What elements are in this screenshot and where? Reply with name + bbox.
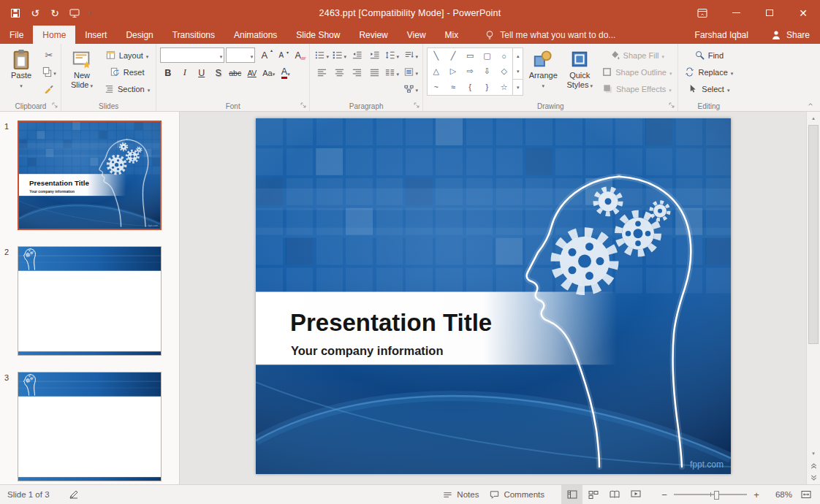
align-text-button[interactable] (403, 64, 419, 80)
vertical-scrollbar[interactable] (806, 112, 820, 484)
clear-formatting-button[interactable]: A (290, 47, 305, 63)
tab-animations[interactable]: Animations (224, 26, 286, 44)
justify-button[interactable] (366, 65, 382, 80)
copy-button[interactable] (41, 64, 57, 80)
next-slide-button[interactable] (807, 472, 820, 484)
align-left-button[interactable] (314, 65, 330, 80)
slide-thumbnail-image[interactable] (18, 246, 162, 356)
ribbon-display-options-button[interactable] (686, 0, 719, 26)
shape-fill-button[interactable]: Shape Fill (599, 47, 674, 63)
font-color-button[interactable]: A (278, 65, 293, 80)
cut-button[interactable]: ✂ (41, 47, 57, 63)
slide-sorter-view-button[interactable] (582, 485, 604, 504)
convert-to-smartart-button[interactable] (403, 81, 419, 96)
text-direction-button[interactable] (403, 47, 419, 63)
notes-button[interactable]: Notes (437, 485, 484, 504)
tab-home[interactable]: Home (33, 26, 75, 44)
increase-indent-button[interactable] (366, 47, 382, 63)
normal-view-button[interactable] (561, 485, 582, 504)
increase-font-size-button[interactable]: A (257, 47, 272, 63)
comments-button[interactable]: Comments (484, 485, 550, 504)
drawing-dialog-launcher[interactable] (667, 101, 676, 110)
slide-editor[interactable] (256, 118, 731, 474)
reading-view-button[interactable] (604, 485, 625, 504)
section-button[interactable]: Section (102, 81, 152, 96)
reset-button[interactable]: Reset (102, 64, 152, 80)
arrange-button[interactable]: Arrange (526, 46, 560, 100)
shape-glyph[interactable]: ⇩ (484, 66, 490, 76)
slide-thumbnail-1[interactable]: 1 (4, 121, 179, 230)
slide-thumbnail-2[interactable]: 2 (4, 246, 179, 356)
slide-thumbnail-image[interactable] (18, 372, 162, 481)
tab-review[interactable]: Review (349, 26, 397, 44)
minimize-button[interactable] (719, 0, 753, 26)
italic-button[interactable]: I (177, 65, 192, 80)
shapes-scroll-down-button[interactable] (513, 64, 523, 79)
numbering-button[interactable] (331, 47, 347, 63)
change-case-button[interactable]: Aa (261, 65, 276, 80)
slide-thumbnail-image[interactable] (18, 121, 162, 230)
tab-mix[interactable]: Mix (436, 26, 468, 44)
shape-glyph[interactable]: ▭ (466, 51, 474, 61)
scroll-up-button[interactable] (807, 112, 820, 124)
undo-button[interactable]: ↺ (26, 4, 45, 23)
align-right-button[interactable] (349, 65, 365, 80)
shape-glyph[interactable]: ≈ (451, 83, 455, 91)
slide-show-button[interactable] (625, 485, 646, 504)
shape-effects-button[interactable]: Shape Effects (599, 81, 674, 96)
font-name-combobox[interactable] (160, 47, 224, 63)
clipboard-dialog-launcher[interactable] (50, 101, 59, 110)
save-button[interactable] (6, 4, 25, 23)
account-name[interactable]: Farshad Iqbal (695, 26, 748, 44)
customize-qat-button[interactable] (85, 4, 95, 23)
tab-file[interactable]: File (0, 26, 33, 44)
bold-button[interactable]: B (160, 65, 175, 80)
tab-transitions[interactable]: Transitions (163, 26, 224, 44)
new-slide-button[interactable]: New Slide (65, 46, 99, 100)
zoom-slider[interactable] (674, 485, 747, 504)
shapes-gallery[interactable]: ╲ ╱ ▭ ▢ ○ △ ▷ ⇨ ⇩ ◇ ~ ≈ { } ☆ (427, 47, 523, 96)
tell-me-box[interactable]: Tell me what you want to do... (479, 26, 620, 44)
shape-glyph[interactable]: ▷ (450, 66, 456, 76)
shape-glyph[interactable]: ╲ (434, 51, 439, 61)
tab-insert[interactable]: Insert (75, 26, 116, 44)
bullets-button[interactable] (314, 47, 330, 63)
zoom-in-button[interactable]: + (748, 485, 764, 504)
paste-button[interactable]: Paste (4, 46, 38, 100)
zoom-out-button[interactable]: − (656, 485, 672, 504)
font-dialog-launcher[interactable] (299, 101, 308, 110)
shape-glyph[interactable]: } (486, 83, 489, 91)
scroll-down-button[interactable] (807, 447, 820, 459)
scrollbar-thumb[interactable] (808, 125, 819, 344)
shape-glyph[interactable]: ╱ (451, 51, 456, 61)
format-painter-button[interactable] (41, 81, 57, 96)
previous-slide-button[interactable] (807, 459, 820, 472)
shapes-more-button[interactable] (513, 79, 523, 95)
zoom-slider-thumb[interactable] (714, 491, 719, 500)
replace-button[interactable]: Replace (682, 64, 735, 80)
shapes-scroll-up-button[interactable] (513, 48, 523, 64)
tab-slide-show[interactable]: Slide Show (286, 26, 349, 44)
font-size-combobox[interactable] (226, 47, 255, 63)
maximize-button[interactable] (753, 0, 786, 26)
shape-glyph[interactable]: ☆ (501, 83, 508, 92)
shape-glyph[interactable]: ~ (434, 83, 439, 91)
shape-glyph[interactable]: { (468, 83, 471, 91)
layout-button[interactable]: Layout (102, 47, 152, 63)
redo-button[interactable]: ↻ (45, 4, 64, 23)
spell-check-button[interactable] (63, 485, 85, 504)
shape-outline-button[interactable]: Shape Outline (599, 64, 674, 80)
close-button[interactable]: ✕ (786, 0, 820, 26)
decrease-font-size-button[interactable]: A (273, 47, 289, 63)
paragraph-dialog-launcher[interactable] (412, 101, 421, 110)
zoom-level[interactable]: 68% (767, 490, 792, 499)
underline-button[interactable]: U (194, 65, 209, 80)
fit-slide-to-window-button[interactable] (797, 485, 816, 504)
shape-glyph[interactable]: ⇨ (467, 66, 474, 76)
columns-button[interactable] (384, 65, 400, 80)
shape-glyph[interactable]: ○ (501, 52, 506, 61)
quick-styles-button[interactable]: Quick Styles (563, 46, 596, 100)
line-spacing-button[interactable] (384, 47, 400, 63)
shape-glyph[interactable]: △ (433, 66, 439, 76)
slide-thumbnail-3[interactable]: 3 (4, 372, 179, 481)
